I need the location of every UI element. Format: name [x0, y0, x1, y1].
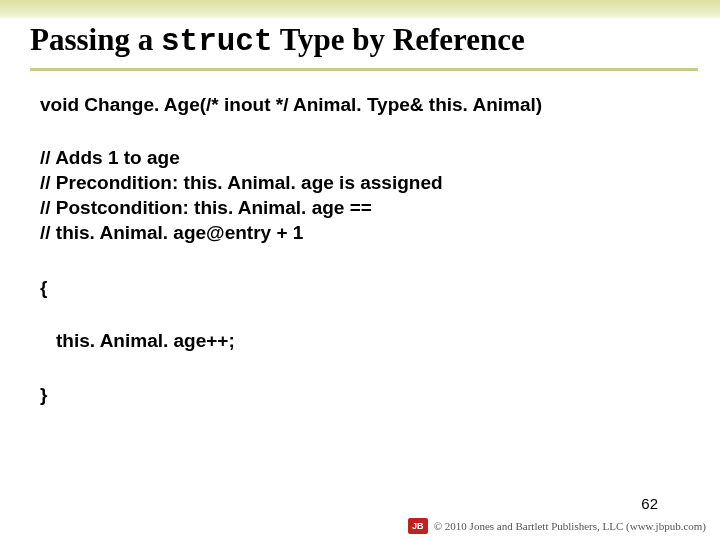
- comment-line: // Precondition: this. Animal. age is as…: [40, 170, 680, 195]
- brace-open: {: [40, 275, 680, 300]
- code-body-line: this. Animal. age++;: [56, 328, 680, 353]
- title-underline: [30, 68, 698, 71]
- title-prefix: Passing a: [30, 22, 161, 57]
- slide-content: void Change. Age(/* inout */ Animal. Typ…: [40, 92, 680, 407]
- comment-line: // Adds 1 to age: [40, 145, 680, 170]
- header-gradient-band: [0, 0, 720, 18]
- page-number: 62: [641, 495, 658, 512]
- footer-credit: JB © 2010 Jones and Bartlett Publishers,…: [408, 518, 706, 534]
- title-mono: struct: [161, 24, 273, 59]
- brace-close: }: [40, 382, 680, 407]
- code-comments: // Adds 1 to age // Precondition: this. …: [40, 145, 680, 245]
- code-signature: void Change. Age(/* inout */ Animal. Typ…: [40, 92, 680, 117]
- publisher-logo-icon: JB: [408, 518, 428, 534]
- copyright-text: © 2010 Jones and Bartlett Publishers, LL…: [434, 520, 706, 532]
- comment-line: // Postcondition: this. Animal. age ==: [40, 195, 680, 220]
- slide-title: Passing a struct Type by Reference: [30, 22, 700, 59]
- comment-line: // this. Animal. age@entry + 1: [40, 220, 680, 245]
- title-suffix: Type by Reference: [273, 22, 525, 57]
